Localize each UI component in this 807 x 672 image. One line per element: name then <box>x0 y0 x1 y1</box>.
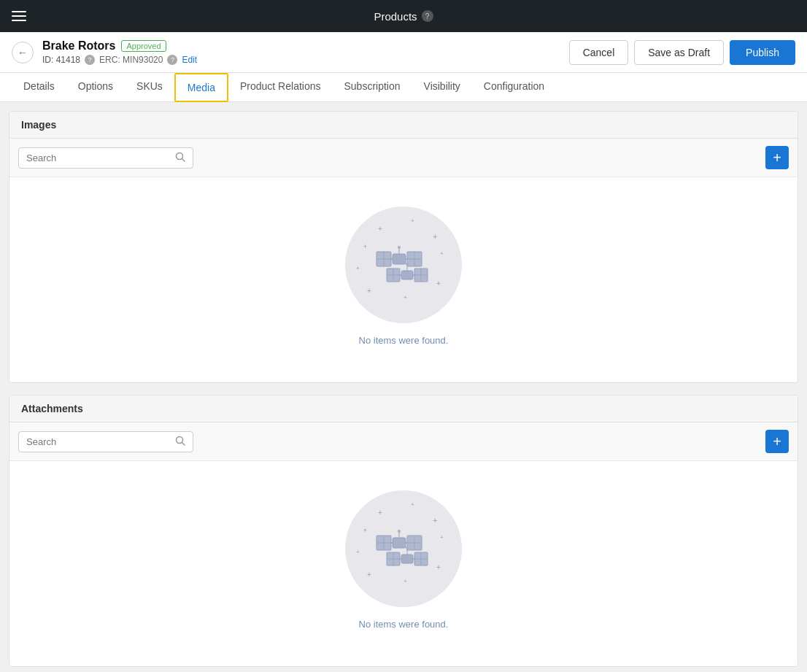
nav-toggle-button[interactable] <box>12 6 32 26</box>
tab-details[interactable]: Details <box>12 73 66 101</box>
product-header: ← Brake Rotors Approved ID: 41418 ? ERC:… <box>0 32 807 73</box>
header-actions: Cancel Save as Draft Publish <box>569 40 795 65</box>
product-name: Brake Rotors <box>42 39 115 53</box>
main-content: Images + + + + + + <box>0 102 807 672</box>
attachments-section-header: Attachments <box>9 395 798 422</box>
svg-point-12 <box>398 246 401 249</box>
svg-rect-37 <box>401 555 413 563</box>
attachments-search-icon <box>175 436 185 448</box>
page-title-text: Products <box>374 10 417 23</box>
approved-badge: Approved <box>121 40 166 52</box>
cancel-button[interactable]: Cancel <box>569 40 629 65</box>
tab-visibility[interactable]: Visibility <box>412 73 472 101</box>
erc-label: ERC: MIN93020 <box>99 55 163 65</box>
erc-help-icon[interactable]: ? <box>167 55 177 65</box>
tab-media[interactable]: Media <box>174 73 228 102</box>
tabs-bar: Details Options SKUs Media Product Relat… <box>0 73 807 102</box>
save-as-draft-button[interactable]: Save as Draft <box>634 40 724 65</box>
attachments-add-icon: + <box>773 434 781 449</box>
tab-skus[interactable]: SKUs <box>125 73 174 101</box>
attachments-section: Attachments + + + + + <box>9 395 798 667</box>
svg-rect-13 <box>401 271 413 279</box>
id-help-icon[interactable]: ? <box>85 55 95 65</box>
svg-rect-2 <box>393 254 406 264</box>
attachments-empty-illustration: + + + + + + + + + <box>345 490 462 607</box>
svg-point-36 <box>398 530 401 533</box>
images-search-row: + <box>9 139 798 177</box>
attachments-search-input[interactable] <box>26 436 171 447</box>
svg-line-25 <box>182 442 185 445</box>
images-search-icon <box>175 152 185 164</box>
product-id: ID: 41418 <box>42 55 80 65</box>
tab-options[interactable]: Options <box>66 73 125 101</box>
attachments-add-button[interactable]: + <box>765 430 789 453</box>
images-empty-state: + + + + + + + + + <box>9 177 798 382</box>
edit-link[interactable]: Edit <box>182 55 197 65</box>
attachments-search-row: + <box>9 422 798 461</box>
attachments-search-wrap <box>18 431 193 452</box>
svg-point-47 <box>406 547 409 549</box>
images-search-input[interactable] <box>26 152 171 163</box>
images-add-icon: + <box>773 150 781 165</box>
images-search-wrap <box>18 147 193 169</box>
images-section-header: Images <box>9 112 798 139</box>
publish-button[interactable]: Publish <box>730 40 795 65</box>
attachments-empty-text: No items were found. <box>359 619 449 630</box>
tab-subscription[interactable]: Subscription <box>333 73 412 101</box>
product-info: Brake Rotors Approved ID: 41418 ? ERC: M… <box>42 39 560 65</box>
top-navbar: Products ? <box>0 0 807 32</box>
attachments-empty-state: + + + + + + + + + <box>9 461 798 666</box>
images-section: Images + + + + + + <box>9 111 798 383</box>
images-add-button[interactable]: + <box>765 146 789 169</box>
svg-point-23 <box>406 263 409 266</box>
svg-line-1 <box>182 158 185 161</box>
tab-product-relations[interactable]: Product Relations <box>228 73 333 101</box>
back-button[interactable]: ← <box>12 42 34 63</box>
page-title: Products ? <box>374 10 433 23</box>
tab-configuration[interactable]: Configuration <box>472 73 556 101</box>
svg-rect-26 <box>393 538 406 548</box>
images-empty-illustration: + + + + + + + + + <box>345 206 462 323</box>
images-empty-text: No items were found. <box>359 335 449 346</box>
title-help-icon[interactable]: ? <box>422 10 433 22</box>
